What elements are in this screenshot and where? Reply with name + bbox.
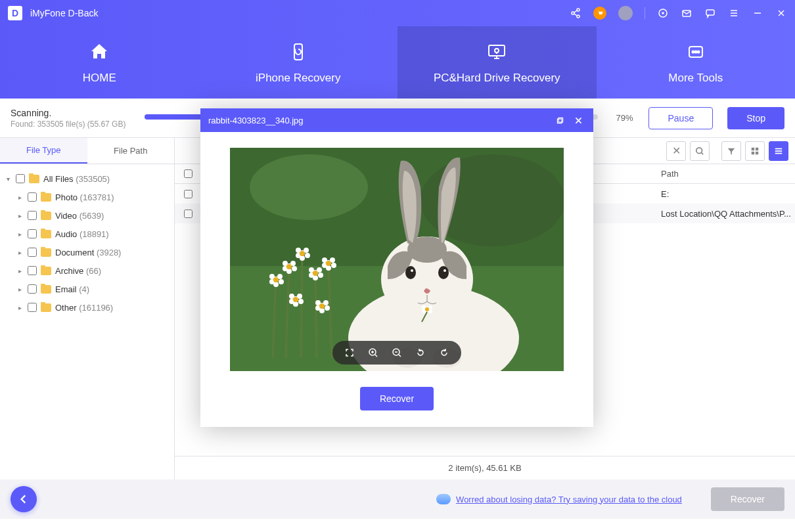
svg-point-84 (298, 299, 304, 304)
preview-modal: rabbit-4303823__340.jpg (200, 108, 593, 427)
row-checkbox[interactable] (184, 190, 193, 198)
svg-point-101 (411, 269, 413, 272)
chevron-right-icon: ▸ (18, 286, 28, 293)
tree-checkbox[interactable] (28, 248, 37, 257)
svg-point-19 (495, 49, 499, 53)
svg-point-53 (286, 264, 292, 269)
menu-icon[interactable] (728, 7, 740, 19)
tree-checkbox[interactable] (28, 229, 37, 238)
select-all-checkbox[interactable] (184, 169, 193, 178)
folder-icon (41, 230, 51, 238)
folder-icon (41, 193, 51, 202)
nav-home[interactable]: HOME (0, 26, 199, 99)
stop-button[interactable]: Stop (727, 107, 784, 129)
tree-checkbox[interactable] (28, 303, 37, 312)
tree-checkbox[interactable] (28, 284, 37, 294)
tree-checkbox[interactable] (16, 174, 25, 183)
folder-icon (41, 248, 51, 257)
row-checkbox[interactable] (184, 210, 193, 218)
svg-point-40 (250, 154, 368, 220)
tree-item-photo[interactable]: ▸Photo (163781) (0, 188, 174, 206)
tree-item-other[interactable]: ▸Other (161196) (0, 298, 174, 317)
svg-point-108 (422, 309, 426, 313)
svg-line-4 (574, 14, 577, 16)
nav-iphone-recovery[interactable]: iPhone Recovery (199, 26, 398, 99)
zoom-in-icon[interactable] (367, 346, 380, 359)
svg-rect-34 (557, 119, 562, 123)
maximize-icon[interactable] (553, 113, 567, 127)
close-icon[interactable] (775, 7, 787, 19)
tree-item-document[interactable]: ▸Document (3928) (0, 243, 174, 261)
tree-label: Email (55, 284, 77, 294)
list-view-button[interactable] (769, 141, 788, 161)
preview-recover-button[interactable]: Recover (360, 387, 434, 410)
svg-point-107 (422, 305, 426, 309)
svg-point-63 (318, 273, 323, 278)
mail-icon[interactable] (681, 7, 693, 19)
nav-pc-recovery[interactable]: PC&Hard Drive Recovery (398, 26, 597, 99)
tree-item-archive[interactable]: ▸Archive (66) (0, 261, 174, 280)
rotate-right-icon[interactable] (438, 346, 451, 359)
cloud-backup-link[interactable]: Worred about losing data? Try saving you… (436, 494, 682, 504)
filter-button[interactable] (721, 141, 741, 161)
svg-line-44 (315, 273, 317, 358)
target-icon[interactable] (657, 7, 669, 19)
folder-icon (41, 285, 51, 294)
tree-checkbox[interactable] (28, 192, 37, 202)
svg-point-77 (331, 263, 336, 268)
user-avatar-icon[interactable] (618, 6, 633, 20)
recover-button-bottom[interactable]: Recover (711, 487, 784, 511)
chevron-right-icon: ▸ (18, 249, 28, 256)
selection-summary: 2 item(s), 45.61 KB (175, 456, 795, 479)
sidebar: File Type File Path ▾All Files (353505) … (0, 138, 175, 479)
svg-point-106 (428, 309, 432, 313)
search-button[interactable] (690, 141, 710, 161)
svg-point-24 (697, 51, 699, 53)
minimize-icon[interactable] (752, 7, 763, 19)
tree-item-audio[interactable]: ▸Audio (18891) (0, 225, 174, 243)
svg-point-105 (428, 305, 432, 309)
sidebar-tab-filepath[interactable]: File Path (87, 138, 175, 164)
tree-item-all[interactable]: ▾All Files (353505) (0, 169, 174, 188)
clear-search-button[interactable]: ✕ (666, 141, 686, 161)
svg-line-26 (702, 152, 704, 154)
svg-point-67 (313, 271, 318, 276)
svg-point-109 (425, 307, 429, 311)
separator (645, 7, 645, 19)
svg-rect-30 (756, 151, 758, 154)
svg-point-22 (692, 51, 694, 53)
svg-rect-27 (752, 147, 754, 150)
pause-button[interactable]: Pause (648, 107, 713, 129)
svg-rect-8 (706, 10, 714, 15)
folder-icon (41, 211, 51, 220)
tree-count: (66) (86, 266, 101, 276)
zoom-out-icon[interactable] (390, 346, 403, 359)
fullscreen-icon[interactable] (343, 346, 356, 359)
tree-count: (161196) (79, 303, 113, 313)
tree-checkbox[interactable] (28, 266, 37, 275)
tree-label: Video (55, 211, 77, 221)
main-nav: HOME iPhone Recovery PC&Hard Drive Recov… (0, 26, 795, 99)
chevron-right-icon: ▸ (18, 231, 28, 238)
tree-checkbox[interactable] (28, 211, 37, 220)
tree-item-email[interactable]: ▸Email (4) (0, 280, 174, 298)
cart-icon[interactable] (593, 7, 606, 20)
svg-line-118 (399, 355, 401, 357)
nav-iphone-label: iPhone Recovery (256, 72, 340, 85)
back-button[interactable] (11, 486, 37, 512)
nav-more-tools[interactable]: More Tools (597, 26, 796, 99)
share-icon[interactable] (570, 7, 581, 19)
tree-label: Audio (55, 229, 77, 239)
tree-item-video[interactable]: ▸Video (5639) (0, 206, 174, 225)
preview-image (230, 148, 564, 371)
rotate-left-icon[interactable] (414, 346, 427, 359)
chevron-down-icon: ▾ (7, 175, 16, 183)
tree-count: (5639) (80, 211, 104, 221)
tree-label: Archive (55, 266, 83, 276)
grid-view-button[interactable] (745, 141, 765, 161)
scan-percent: 79% (616, 113, 633, 123)
svg-point-81 (326, 261, 331, 266)
sidebar-tab-filetype[interactable]: File Type (0, 138, 87, 164)
chat-icon[interactable] (704, 7, 716, 19)
preview-close-icon[interactable] (571, 113, 585, 127)
